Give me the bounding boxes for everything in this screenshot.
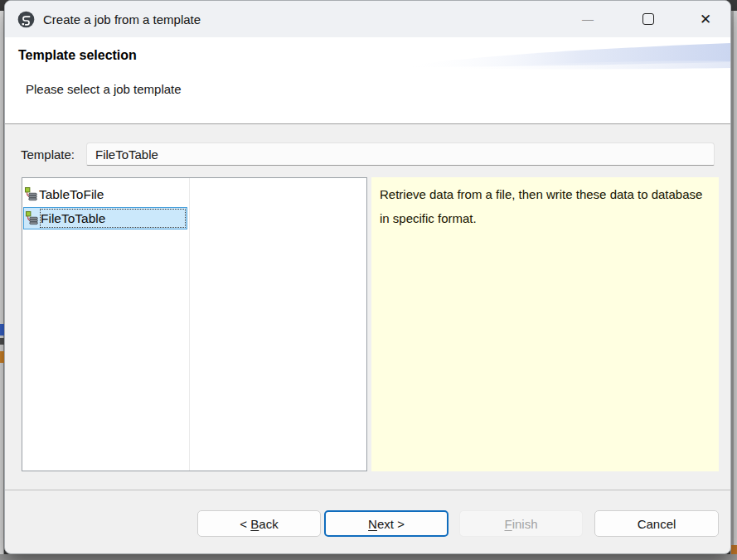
background-window-sliver-right: [730, 11, 737, 554]
wizard-dialog: Create a job from a template — ✕: [4, 0, 731, 554]
maximize-button[interactable]: [630, 1, 667, 37]
banner-swoosh-decoration: [399, 42, 730, 70]
footer-separator: [5, 490, 730, 490]
screenshot: Create a job from a template — ✕: [0, 0, 737, 560]
job-template-icon: [26, 211, 40, 225]
template-description-panel: Retrieve data from a file, then write th…: [371, 177, 719, 471]
cancel-button[interactable]: Cancel: [594, 510, 719, 537]
page-subtitle: Please select a job template: [26, 82, 182, 96]
titlebar[interactable]: Create a job from a template — ✕: [5, 1, 730, 37]
list-item-label: FileToTable: [41, 211, 105, 226]
background-window-fragment: [731, 545, 737, 554]
app-icon: [17, 11, 35, 28]
next-button[interactable]: Next >: [324, 510, 449, 537]
list-item-filetotable-selected[interactable]: FileToTable: [23, 207, 187, 229]
job-template-icon: [25, 187, 39, 201]
list-item-tabletofile[interactable]: TableToFile: [23, 183, 187, 205]
template-name-input[interactable]: [86, 142, 715, 166]
finish-button-disabled[interactable]: Finish: [459, 510, 583, 537]
window-title: Create a job from a template: [43, 1, 201, 37]
template-list: TableToFile FileToTable: [22, 177, 367, 471]
list-item-label: TableToFile: [39, 187, 104, 202]
back-button-label: < Back: [240, 517, 278, 531]
close-button[interactable]: ✕: [687, 1, 724, 37]
focus-ring: FileToTable: [40, 209, 186, 228]
template-field-label: Template:: [21, 147, 75, 162]
close-icon: ✕: [700, 11, 711, 28]
cancel-button-label: Cancel: [638, 517, 676, 531]
maximize-icon: [642, 13, 654, 25]
back-button[interactable]: < Back: [197, 510, 321, 537]
minimize-button[interactable]: —: [570, 1, 606, 37]
background-window-sliver-bottom: [0, 554, 737, 560]
finish-button-label: Finish: [504, 517, 537, 531]
page-title: Template selection: [18, 48, 137, 63]
minimize-icon: —: [582, 12, 594, 26]
next-button-label: Next >: [368, 517, 405, 531]
column-divider: [189, 178, 190, 471]
wizard-header: Template selection Please select a job t…: [5, 37, 730, 124]
